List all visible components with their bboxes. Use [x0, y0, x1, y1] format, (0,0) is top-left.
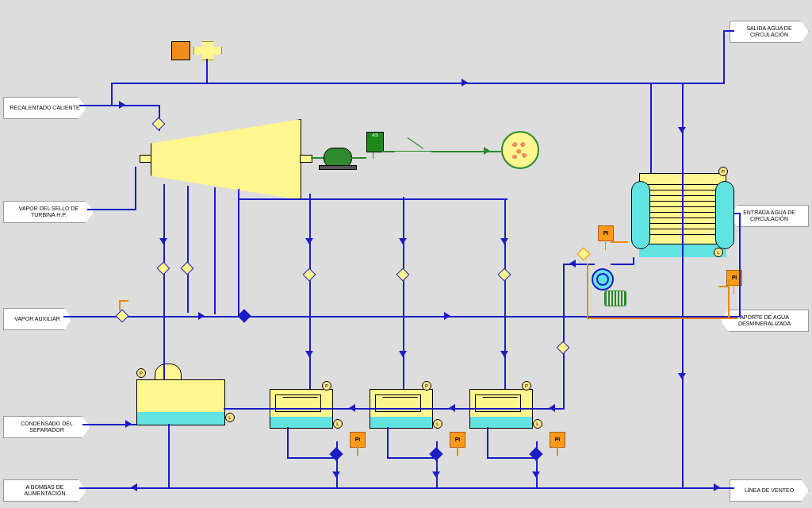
valve-orange-icon — [577, 248, 591, 261]
p-indicator: P — [322, 381, 331, 391]
water-level — [370, 417, 432, 428]
pipe — [111, 83, 725, 84]
pipe — [682, 84, 684, 489]
arrow-icon — [678, 127, 686, 133]
arrow-icon — [549, 404, 555, 412]
pipe — [79, 487, 734, 489]
tag-label: RECALENTADO CALIENTE — [10, 105, 79, 111]
pipe — [163, 184, 165, 379]
arrow-icon — [569, 260, 576, 267]
pipe — [111, 83, 113, 106]
arrow-icon — [714, 483, 720, 491]
pi-indicator: PI — [598, 225, 614, 241]
pipe — [611, 264, 634, 265]
pid-canvas: RECALENTADO CALIENTE VAPOR DEL SELLO DE … — [0, 0, 812, 508]
l-indicator: L — [714, 248, 723, 257]
tag-linea-venteo: LÍNEA DE VENTEO — [730, 479, 809, 502]
tag-label: VAPOR DEL SELLO DE TURBINA H.P. — [7, 206, 90, 217]
gen-link-1 — [350, 157, 366, 159]
tag-label: CONDENSADO DEL SEPARADOR — [7, 421, 86, 433]
p-indicator: P — [422, 381, 431, 391]
grid-wire — [431, 151, 501, 152]
arrow-icon — [119, 101, 125, 109]
arrow-icon — [484, 147, 490, 155]
pipe — [723, 30, 734, 32]
condensate-pump — [592, 268, 614, 291]
arrow-icon — [500, 238, 508, 244]
gen-link-3 — [382, 151, 395, 152]
pipe-orange — [718, 286, 728, 287]
pipe-orange — [119, 300, 128, 302]
p-indicator: P — [522, 381, 531, 391]
tag-vapor-aux: VAPOR AUXILIAR — [3, 308, 71, 330]
pipe — [287, 427, 289, 459]
grid-map-icon — [501, 131, 539, 169]
pump-motor — [604, 291, 626, 306]
arrow-icon — [444, 312, 450, 320]
arrow-icon — [462, 79, 468, 87]
l-indicator: L — [533, 419, 542, 429]
pipe — [187, 186, 189, 313]
main-stop-valve — [193, 41, 222, 60]
condenser-waterbox-left — [631, 181, 650, 249]
condenser-waterbox-right — [715, 181, 734, 249]
tag-condensado: CONDENSADO DEL SEPARADOR — [3, 416, 90, 438]
arrow-icon — [532, 471, 540, 478]
pipe — [238, 189, 239, 316]
pipe — [504, 198, 506, 389]
pipe — [309, 194, 311, 389]
water-level — [470, 417, 532, 428]
arrow-icon — [125, 420, 132, 428]
arrow-icon — [159, 238, 167, 244]
pipe-orange — [357, 444, 358, 456]
valve-icon — [152, 117, 166, 131]
pipe — [563, 264, 565, 410]
tag-label: SALIDA AGUA DE CIRCULACIÓN — [733, 25, 805, 37]
pipe-orange — [728, 279, 730, 319]
pipe — [650, 83, 652, 173]
arrow-icon — [678, 373, 686, 379]
tag-a-bombas: A BOMBAS DE ALIMENTACIÓN — [3, 479, 86, 502]
pipe — [214, 187, 216, 314]
arrow-icon — [399, 238, 407, 244]
arrow-icon — [198, 312, 205, 320]
pipe-orange — [611, 241, 628, 243]
water-level — [137, 412, 224, 425]
shaft-coupling — [311, 157, 324, 159]
valve-icon — [303, 268, 316, 282]
pipe — [287, 457, 336, 459]
valve-icon — [157, 262, 170, 275]
tag-aporte-agua: APORTE DE AGUA DESMINERALIZADA — [720, 310, 809, 332]
stop-block — [171, 41, 190, 60]
pipe — [238, 198, 508, 200]
pipe — [739, 213, 741, 318]
pipe — [387, 457, 436, 459]
pipe — [723, 30, 725, 84]
pipe — [336, 457, 338, 487]
l-indicator: L — [433, 419, 442, 429]
valve-icon — [498, 268, 511, 282]
pipe-orange — [119, 300, 121, 311]
pipe — [87, 209, 136, 210]
pipe — [633, 257, 634, 265]
tag-salida-agua: SALIDA AGUA DE CIRCULACIÓN — [730, 21, 809, 43]
pipe — [563, 264, 595, 265]
pipe — [135, 167, 136, 210]
pipe-orange — [587, 264, 588, 319]
tag-label: A BOMBAS DE ALIMENTACIÓN — [7, 484, 82, 496]
water-level — [270, 417, 332, 428]
turbine — [151, 119, 301, 200]
pipe — [487, 457, 536, 459]
arrow-icon — [305, 351, 313, 357]
turbine-shaft-left — [140, 155, 152, 163]
pipe — [487, 427, 488, 459]
deaerator — [136, 379, 225, 425]
tag-label: VAPOR AUXILIAR — [14, 316, 59, 322]
arrow-icon — [449, 404, 455, 412]
pipe-orange — [457, 444, 458, 456]
meter-label: AS — [372, 133, 378, 137]
arrow-icon — [432, 471, 440, 478]
pipe — [387, 427, 389, 459]
tag-label: ENTRADA AGUA DE CIRCULACIÓN — [733, 210, 805, 221]
tag-label: LÍNEA DE VENTEO — [745, 487, 794, 494]
